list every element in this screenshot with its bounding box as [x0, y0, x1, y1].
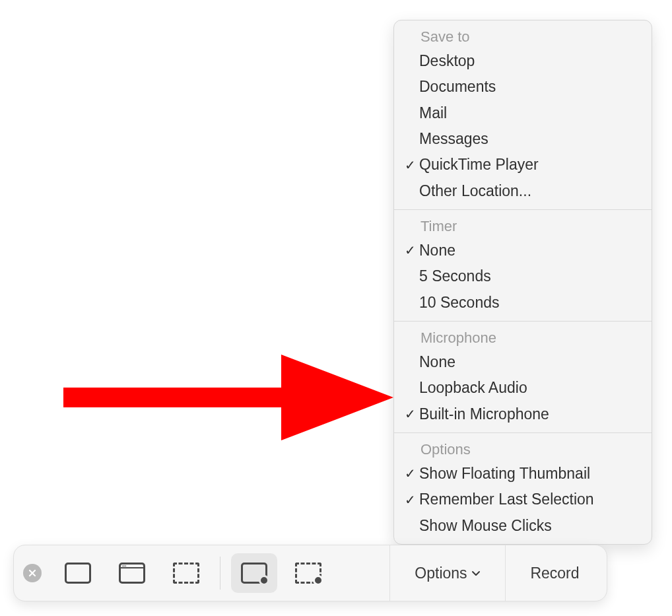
menu-header: Timer	[394, 214, 652, 238]
menu-item-label: 10 Seconds	[419, 292, 636, 314]
menu-item-label: Remember Last Selection	[419, 489, 636, 510]
checkmark-icon: ✓	[401, 241, 419, 260]
menu-section-timer: Timer ✓ None 5 Seconds 10 Seconds	[394, 210, 652, 322]
menu-item-other-location[interactable]: Other Location...	[394, 178, 652, 204]
capture-selection-button[interactable]	[163, 553, 209, 593]
record-dot-icon	[313, 575, 323, 586]
screen-record-icon	[241, 563, 267, 584]
menu-item-remember-selection[interactable]: ✓ Remember Last Selection	[394, 487, 652, 512]
menu-item-messages[interactable]: Messages	[394, 126, 652, 152]
menu-item-documents[interactable]: Documents	[394, 74, 652, 100]
chevron-down-icon	[471, 568, 481, 578]
menu-item-label: Show Mouse Clicks	[419, 515, 636, 537]
menu-header: Microphone	[394, 325, 652, 349]
menu-item-label: None	[419, 240, 636, 261]
menu-item-timer-10s[interactable]: 10 Seconds	[394, 290, 652, 316]
options-button-label: Options	[415, 565, 467, 582]
record-button-label: Record	[530, 565, 579, 582]
capture-window-button[interactable]: •••	[109, 553, 155, 593]
menu-header: Options	[394, 437, 652, 461]
menu-item-label: Built-in Microphone	[419, 403, 636, 425]
annotation-arrow-icon	[63, 348, 393, 447]
checkmark-icon: ✓	[401, 464, 419, 483]
selection-record-icon	[295, 563, 321, 584]
menu-item-show-thumbnail[interactable]: ✓ Show Floating Thumbnail	[394, 461, 652, 487]
close-icon	[28, 569, 36, 577]
toolbar-divider	[220, 557, 220, 590]
checkmark-icon: ✓	[401, 156, 419, 175]
menu-item-label: Loopback Audio	[419, 377, 636, 399]
menu-item-label: None	[419, 351, 636, 373]
close-button[interactable]	[23, 564, 42, 582]
screenshot-toolbar: ••• Options Record	[13, 545, 607, 601]
menu-item-mic-builtin[interactable]: ✓ Built-in Microphone	[394, 401, 652, 427]
menu-item-label: Desktop	[419, 50, 636, 72]
menu-item-label: QuickTime Player	[419, 154, 636, 176]
menu-item-mail[interactable]: Mail	[394, 100, 652, 126]
menu-item-timer-none[interactable]: ✓ None	[394, 238, 652, 263]
menu-section-microphone: Microphone None Loopback Audio ✓ Built-i…	[394, 322, 652, 433]
options-button[interactable]: Options	[389, 545, 505, 601]
record-entire-screen-button[interactable]	[231, 553, 277, 593]
menu-item-label: Other Location...	[419, 180, 636, 202]
record-dot-icon	[259, 575, 269, 586]
menu-item-label: Documents	[419, 76, 636, 98]
checkmark-icon: ✓	[401, 405, 419, 424]
capture-entire-screen-button[interactable]	[55, 553, 101, 593]
record-selection-button[interactable]	[285, 553, 331, 593]
menu-section-save-to: Save to Desktop Documents Mail Messages …	[394, 20, 652, 210]
window-icon: •••	[119, 563, 145, 584]
menu-item-label: Messages	[419, 128, 636, 150]
menu-item-label: 5 Seconds	[419, 265, 636, 287]
checkmark-icon: ✓	[401, 491, 419, 510]
menu-item-label: Mail	[419, 102, 636, 124]
selection-icon	[173, 563, 199, 584]
menu-item-timer-5s[interactable]: 5 Seconds	[394, 263, 652, 289]
menu-header: Save to	[394, 24, 652, 48]
svg-marker-0	[63, 355, 393, 440]
menu-item-desktop[interactable]: Desktop	[394, 48, 652, 74]
record-button[interactable]: Record	[505, 545, 604, 601]
menu-item-mic-none[interactable]: None	[394, 349, 652, 375]
menu-item-label: Show Floating Thumbnail	[419, 463, 636, 485]
menu-section-options: Options ✓ Show Floating Thumbnail ✓ Reme…	[394, 433, 652, 544]
options-menu: Save to Desktop Documents Mail Messages …	[393, 20, 652, 545]
menu-item-mic-loopback[interactable]: Loopback Audio	[394, 375, 652, 401]
screen-icon	[65, 563, 91, 584]
menu-item-show-clicks[interactable]: Show Mouse Clicks	[394, 513, 652, 539]
menu-item-quicktime-player[interactable]: ✓ QuickTime Player	[394, 152, 652, 178]
